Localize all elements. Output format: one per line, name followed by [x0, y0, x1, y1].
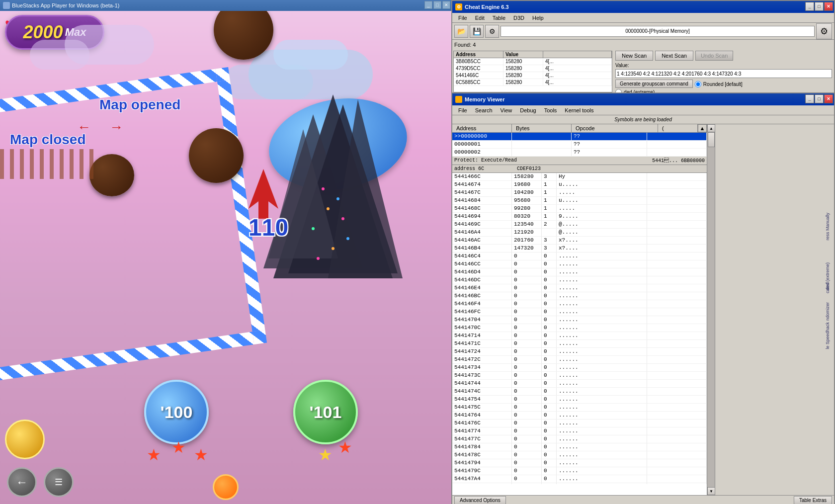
mv-data-row-26[interactable]: 5441474400......	[452, 380, 707, 388]
ce-settings-btn[interactable]: ⚙	[485, 25, 499, 38]
center-number: 110	[249, 214, 288, 241]
mv-data-row-28[interactable]: 5441475400......	[452, 396, 707, 404]
mv-data-row-25[interactable]: 5441473C00......	[452, 372, 707, 380]
mv-data-row-27[interactable]: 5441474C00......	[452, 388, 707, 396]
ce-save-btn[interactable]: 💾	[470, 25, 484, 38]
next-scan-button[interactable]: Next Scan	[655, 51, 693, 61]
mv-data-row-35[interactable]: 5441478C00......	[452, 451, 707, 459]
mv-restore-btn[interactable]: □	[815, 94, 824, 103]
mv-data-row-14[interactable]: 544146E400......	[452, 284, 707, 292]
mv-row-selected[interactable]: >>00000000 ??	[452, 133, 707, 141]
bluestacks-close-btn[interactable]: ✕	[442, 1, 450, 9]
ce-maximize-btn[interactable]: □	[815, 2, 824, 11]
mv-data-row-18[interactable]: 5441470400......	[452, 316, 707, 324]
mv-data-row-8[interactable]: 544146AC 201760 3 x?....	[452, 237, 707, 245]
ce-val-4: 158280	[503, 79, 543, 85]
mv-data-row-15[interactable]: 544146BC00......	[452, 292, 707, 300]
mv-menu-debug[interactable]: Debug	[516, 107, 540, 114]
table-extras-button[interactable]: Table Extras	[794, 496, 832, 504]
mv-data-row-9[interactable]: 544146B4 147320 3 x?....	[452, 245, 707, 252]
mv-data-row-6[interactable]: 5441469C 123540 2 @.....	[452, 221, 707, 229]
mv-data-row-23[interactable]: 5441472C00......	[452, 356, 707, 364]
ce-process-input[interactable]	[501, 26, 815, 37]
mv-data-row-2[interactable]: 5441467C 104280 1 .....	[452, 189, 707, 197]
ce-open-btn[interactable]: 📂	[454, 25, 468, 38]
ce-menu-file[interactable]: File	[454, 14, 471, 21]
ce-close-btn[interactable]: ✕	[824, 2, 833, 11]
mv-data-row-11[interactable]: 544146CC00......	[452, 260, 707, 268]
mv-data-row-20[interactable]: 5441471400......	[452, 332, 707, 340]
mv-data-row-38[interactable]: 544147A400......	[452, 475, 707, 483]
svg-point-10	[346, 237, 349, 240]
mv-data-row-24[interactable]: 5441473400......	[452, 364, 707, 372]
mv-menu-view[interactable]: View	[497, 107, 516, 114]
mv-menu-file[interactable]: File	[454, 107, 471, 114]
groupscan-button[interactable]: Generate groupscan command	[615, 80, 693, 88]
menu-button[interactable]: ☰	[44, 467, 74, 497]
mv-data-row-17[interactable]: 544146FC00......	[452, 308, 707, 316]
mv-data-comment-4	[647, 205, 707, 212]
ce-row-3[interactable]: 5441466C 158280 4[...	[454, 72, 612, 79]
mv-menu-kernel[interactable]: Kernel tools	[561, 107, 597, 114]
ce-menu-help[interactable]: Help	[528, 14, 548, 21]
mv-data-row-12[interactable]: 544146D400......	[452, 268, 707, 276]
level-100-orb[interactable]: '100	[144, 380, 209, 444]
mv-data-row-7[interactable]: 544146A4 121920 @.....	[452, 229, 707, 237]
mv-data-row-34[interactable]: 5441478400......	[452, 443, 707, 451]
radio-rounded-input[interactable]	[695, 81, 701, 87]
ce-value-input[interactable]	[615, 69, 832, 78]
mv-data-row-10[interactable]: 544146C400......	[452, 252, 707, 260]
ce-row-2[interactable]: 4739D5CC 158280 4[...	[454, 65, 612, 72]
mv-menu-tools[interactable]: Tools	[540, 107, 561, 114]
bluestacks-maximize-btn[interactable]: □	[433, 1, 441, 9]
memory-viewer-window: Memory Viewer _ □ ✕ File Search View Deb…	[451, 92, 835, 504]
level-101-orb[interactable]: '101	[293, 380, 358, 444]
mv-minimize-btn[interactable]: _	[805, 94, 814, 103]
mv-data-row-32[interactable]: 5441477400......	[452, 427, 707, 435]
ce-row-1[interactable]: 3B80B5CC 158280 4[...	[454, 58, 612, 65]
bluestacks-minimize-btn[interactable]: _	[424, 1, 432, 9]
mv-scroll-down[interactable]: ▼	[707, 487, 715, 495]
star-3: ★	[194, 445, 208, 464]
mv-data-bytes-2: 104280	[512, 189, 542, 196]
mv-data-row-1[interactable]: 54414674 19680 1 u.....	[452, 181, 707, 189]
ce-menu-table[interactable]: Table	[489, 14, 509, 21]
mv-th-opcode: Opcode	[572, 124, 658, 132]
mv-menu-search[interactable]: Search	[471, 107, 497, 114]
mv-data-row-5[interactable]: 54414694 80320 1 9.....	[452, 213, 707, 221]
mv-data-row-22[interactable]: 5441472400......	[452, 348, 707, 356]
mv-data-row-30[interactable]: 5441476400......	[452, 412, 707, 420]
ce-list-header: Address Value	[454, 51, 612, 58]
mv-data-row-29[interactable]: 5441475C00......	[452, 404, 707, 412]
ce-gear-icon[interactable]: ⚙	[816, 23, 832, 39]
mv-data-row-3[interactable]: 54414684 95680 1 u.....	[452, 197, 707, 205]
mv-close-btn[interactable]: ✕	[824, 94, 833, 103]
mv-data-row-19[interactable]: 5441470C00......	[452, 324, 707, 332]
mv-row-2[interactable]: 00000002 ??	[452, 149, 707, 157]
ce-menu-edit[interactable]: Edit	[471, 14, 489, 21]
mv-scroll-up-btn[interactable]: ▲	[698, 124, 707, 132]
mv-data-row-4[interactable]: 5441468C 99280 1 .....	[452, 205, 707, 213]
mv-scroll-thumb[interactable]	[708, 132, 715, 147]
advanced-options-button[interactable]: Advanced Options	[454, 496, 506, 504]
bluestacks-win-buttons: _ □ ✕	[424, 1, 450, 9]
new-scan-button[interactable]: New Scan	[615, 51, 653, 61]
mv-data-row-39[interactable]: 544147AC00......	[452, 483, 707, 484]
mv-data-row-31[interactable]: 5441476C00......	[452, 420, 707, 427]
mv-data-row-13[interactable]: 544146DC00......	[452, 276, 707, 284]
mv-data-row-0[interactable]: 5441466C 158280 3 Hy	[452, 173, 707, 181]
mv-data-row-16[interactable]: 544146F400......	[452, 300, 707, 308]
mv-bytes-2	[512, 149, 572, 156]
ce-menu-d3d[interactable]: D3D	[509, 14, 528, 21]
back-button[interactable]: ←	[7, 467, 37, 497]
undo-scan-button[interactable]: Undo Scan	[695, 51, 733, 61]
mv-data-row-36[interactable]: 5441479400......	[452, 459, 707, 467]
ce-minimize-btn[interactable]: _	[805, 2, 814, 11]
ce-row-4[interactable]: 6C5885CC 158280 4[...	[454, 79, 612, 86]
mv-data-row-37[interactable]: 5441479C00......	[452, 467, 707, 475]
mv-row-1[interactable]: 00000001 ??	[452, 141, 707, 149]
level-100-number: '100	[161, 403, 193, 422]
mv-data-row-33[interactable]: 5441477C00......	[452, 435, 707, 443]
mv-data-row-21[interactable]: 5441471C00......	[452, 340, 707, 348]
mv-scroll-up[interactable]: ▲	[707, 124, 715, 132]
